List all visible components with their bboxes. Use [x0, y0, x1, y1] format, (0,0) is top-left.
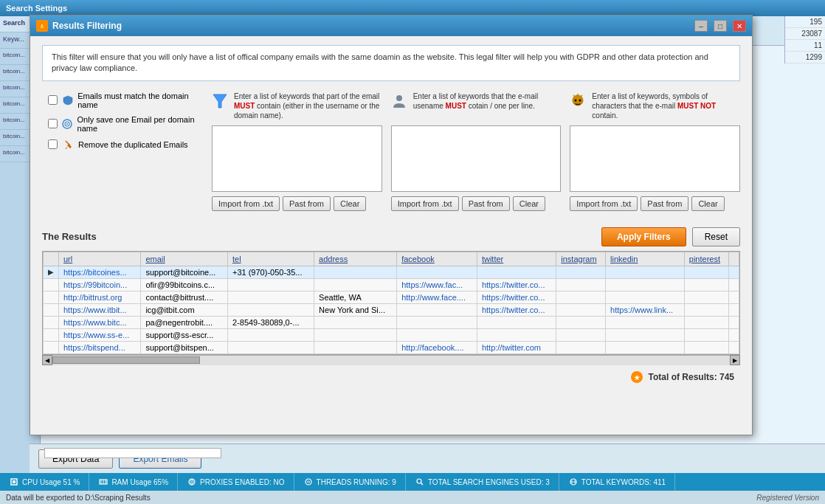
- scroll-right-btn[interactable]: ▶: [730, 355, 740, 365]
- row-url-1: https://99bitcoin...: [59, 278, 141, 291]
- row-pinterest-1: [684, 278, 728, 291]
- export-path-label: Data will be exported to D:\Scraping Res…: [6, 494, 151, 502]
- scrollbar-track[interactable]: [52, 356, 730, 364]
- col-tel[interactable]: tel: [227, 252, 314, 266]
- col-arrow: [44, 252, 59, 266]
- row-email-3: icg@itbit.com: [141, 303, 228, 316]
- col-email[interactable]: email: [141, 252, 228, 266]
- table-header-row: url email tel address facebook twitter i…: [44, 252, 739, 266]
- modal-title-bar: ! Results Filtering – □ ✕: [30, 15, 752, 36]
- row-address-4: [314, 316, 397, 328]
- filter-must-contain-textarea[interactable]: [212, 125, 382, 192]
- col-facebook[interactable]: facebook: [397, 252, 477, 266]
- modal-body: This filter will ensure that you will on…: [30, 36, 752, 393]
- row-address-1: [314, 278, 397, 291]
- one-per-domain-checkbox[interactable]: [48, 119, 58, 128]
- domain-match-checkbox[interactable]: [48, 95, 58, 105]
- maximize-button[interactable]: □: [714, 20, 727, 32]
- row-twitter-1: https://twitter.co...: [477, 278, 556, 291]
- scroll-left-btn[interactable]: ◀: [42, 355, 52, 365]
- row-address-5: [314, 328, 397, 341]
- row-pinterest-5: [684, 328, 728, 341]
- bg-title-bar: Search Settings: [0, 0, 825, 16]
- one-per-domain-label: Only save one Email per domain name: [77, 115, 204, 133]
- row-linkedin-3: https://www.link...: [606, 303, 685, 316]
- row-tel-1: [227, 278, 314, 291]
- col-pinterest[interactable]: pinterest: [684, 252, 728, 266]
- modal-icon: !: [36, 20, 48, 32]
- table-row[interactable]: ▶ https://bitcoines... support@bitcoine.…: [44, 266, 739, 278]
- filter-columns: Enter a list of keywords that part of th…: [212, 92, 740, 211]
- row-address-6: [314, 341, 397, 353]
- col-twitter[interactable]: twitter: [477, 252, 556, 266]
- horizontal-scrollbar[interactable]: ◀ ▶: [42, 355, 740, 365]
- row-facebook-5: [397, 328, 477, 341]
- row-url-6: https://bitspend...: [59, 341, 141, 353]
- search-engines-label: TOTAL SEARCH ENGINES USED: 3: [428, 478, 550, 486]
- row-url-4: https://www.bitc...: [59, 316, 141, 328]
- svg-line-11: [421, 483, 423, 486]
- row-linkedin-4: [606, 316, 685, 328]
- minimize-button[interactable]: –: [694, 20, 708, 32]
- results-table-container[interactable]: url email tel address facebook twitter i…: [42, 251, 740, 355]
- table-row[interactable]: https://www.bitc... pa@negentrobit.... 2…: [44, 316, 739, 328]
- filter-col-must-not: Enter a list of keywords, symbols of cha…: [570, 92, 740, 211]
- reset-button[interactable]: Reset: [692, 227, 740, 246]
- col-linkedin[interactable]: linkedin: [606, 252, 685, 266]
- table-row[interactable]: https://99bitcoin... ofir@99bitcoins.c..…: [44, 278, 739, 291]
- table-row[interactable]: http://bittrust.org contact@bittrust....…: [44, 291, 739, 303]
- svg-marker-23: [213, 94, 227, 108]
- row-arrow-4: [44, 316, 59, 328]
- svg-point-20: [66, 123, 68, 125]
- table-row[interactable]: https://www.itbit... icg@itbit.com New Y…: [44, 303, 739, 316]
- info-text: This filter will ensure that you will on…: [52, 52, 708, 72]
- filter-must-not-textarea[interactable]: [570, 125, 740, 192]
- apply-filters-button[interactable]: Apply Filters: [601, 227, 686, 246]
- keywords-label: TOTAL KEYWORDS: 411: [581, 478, 666, 486]
- bg-right-num-2: 23087: [785, 28, 825, 40]
- row-instagram-5: [556, 328, 606, 341]
- row-url-0: https://bitcoines...: [59, 266, 141, 278]
- funnel-icon: [212, 93, 229, 111]
- close-button[interactable]: ✕: [733, 20, 746, 32]
- row-address-0: [314, 266, 397, 278]
- filter-header-username-must: Enter a list of keywords that the e-mail…: [391, 92, 562, 121]
- col-address[interactable]: address: [314, 252, 397, 266]
- row-pinterest-0: [684, 266, 728, 278]
- scrollbar-thumb[interactable]: [52, 356, 200, 364]
- row-twitter-6: http://twitter.com: [477, 341, 556, 353]
- row-arrow-0: ▶: [44, 266, 59, 278]
- row-tel-2: [227, 291, 314, 303]
- col-instagram[interactable]: instagram: [556, 252, 606, 266]
- row-url-5: https://www.ss-e...: [59, 328, 141, 341]
- row-facebook-1: https://www.fac...: [397, 278, 477, 291]
- table-row[interactable]: https://bitspend... support@bitspen... h…: [44, 341, 739, 353]
- keywords-icon: [568, 477, 579, 487]
- clear-btn-3[interactable]: Clear: [691, 196, 724, 211]
- row-pinterest-6: [684, 341, 728, 353]
- total-results-row: ★ Total of Results: 745: [42, 370, 740, 384]
- broom-icon: [62, 139, 74, 151]
- row-arrow-1: [44, 278, 59, 291]
- col-url[interactable]: url: [59, 252, 141, 266]
- clear-btn-2[interactable]: Clear: [513, 196, 545, 211]
- row-facebook-2: http://www.face....: [397, 291, 477, 303]
- keywords-status: TOTAL KEYWORDS: 411: [559, 473, 675, 491]
- paste-btn-2[interactable]: Past from: [462, 196, 510, 211]
- row-pinterest-2: [684, 291, 728, 303]
- remove-duplicates-checkbox[interactable]: [48, 139, 58, 149]
- search-engines-status: TOTAL SEARCH ENGINES USED: 3: [406, 473, 559, 491]
- clear-btn-1[interactable]: Clear: [334, 196, 366, 211]
- row-arrow-5: [44, 328, 59, 341]
- filter-must-not-buttons: Import from .txt Past from Clear: [570, 196, 740, 211]
- filter-username-must-textarea[interactable]: [391, 125, 562, 192]
- paste-btn-3[interactable]: Past from: [641, 196, 688, 211]
- results-actions: Apply Filters Reset: [601, 227, 740, 246]
- import-txt-btn-2[interactable]: Import from .txt: [391, 196, 459, 211]
- table-row[interactable]: https://www.ss-e... support@ss-escr...: [44, 328, 739, 341]
- paste-btn-1[interactable]: Past from: [283, 196, 331, 211]
- import-txt-btn-1[interactable]: Import from .txt: [212, 196, 280, 211]
- import-txt-btn-3[interactable]: Import from .txt: [570, 196, 638, 211]
- status-bar: CPU Usage 51 % RAM Usage 65% PROXIES ENA…: [0, 473, 825, 491]
- cpu-label: CPU Usage 51 %: [22, 478, 80, 486]
